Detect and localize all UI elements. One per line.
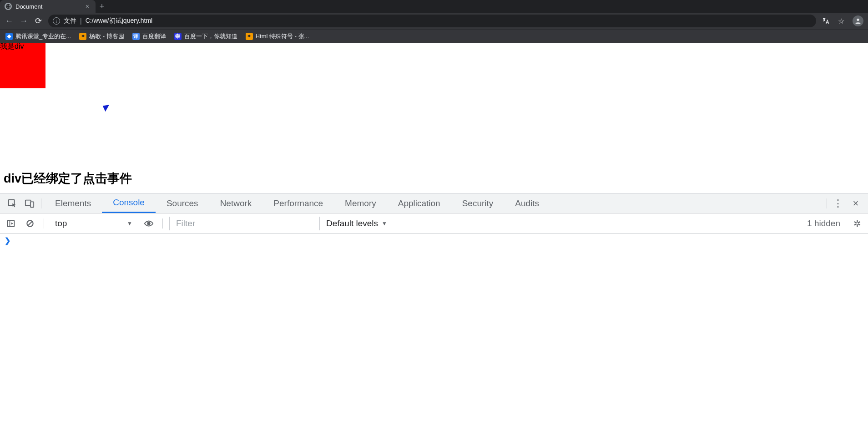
divider bbox=[44, 218, 44, 229]
chevron-down-icon: ▼ bbox=[382, 220, 387, 227]
devtools-menu-icon[interactable]: ⋮ bbox=[830, 198, 847, 209]
console-prompt-icon: ❯ bbox=[5, 237, 10, 244]
url-path: C:/www/初试jquery.html bbox=[86, 17, 812, 25]
globe-icon bbox=[5, 3, 12, 10]
url-separator: | bbox=[80, 17, 82, 25]
tab-application[interactable]: Application bbox=[387, 193, 451, 213]
profile-avatar[interactable] bbox=[853, 15, 863, 26]
browser-tabstrip: Document × + bbox=[0, 0, 868, 13]
bookmarks-bar: ◆ 腾讯课堂_专业的在... ✦ 杨歌 - 博客园 译 百度翻译 崇 百度一下，… bbox=[0, 29, 868, 43]
reload-button[interactable]: ⟳ bbox=[34, 16, 43, 26]
toggle-sidebar-icon[interactable] bbox=[4, 219, 18, 228]
inspect-element-icon[interactable] bbox=[4, 198, 21, 208]
console-output[interactable]: ❯ bbox=[0, 234, 868, 442]
bookmark-item[interactable]: 译 百度翻译 bbox=[132, 32, 166, 41]
bookmark-icon: ✦ bbox=[79, 33, 86, 40]
devtools-tabbar: Elements Console Sources Network Perform… bbox=[0, 193, 868, 213]
browser-toolbar: ← → ⟳ i 文件 | C:/www/初试jquery.html ☆ bbox=[0, 13, 868, 29]
svg-point-7 bbox=[147, 222, 150, 225]
bookmark-icon: 译 bbox=[132, 33, 140, 40]
bookmark-item[interactable]: ✦ 杨歌 - 博客园 bbox=[79, 32, 124, 41]
svg-rect-5 bbox=[8, 220, 15, 226]
cursor-icon bbox=[103, 103, 111, 112]
clear-console-icon[interactable] bbox=[23, 219, 37, 228]
log-levels-label: Default levels bbox=[326, 218, 378, 229]
divider bbox=[827, 198, 827, 208]
console-settings-icon[interactable]: ✲ bbox=[850, 218, 864, 229]
page-viewport: 我是div div已经绑定了点击事件 bbox=[0, 43, 868, 193]
device-toolbar-icon[interactable] bbox=[21, 198, 38, 208]
svg-point-1 bbox=[857, 19, 859, 21]
hidden-messages[interactable]: 1 hidden bbox=[807, 217, 845, 230]
url-scheme: 文件 bbox=[64, 17, 76, 25]
devtools-close-icon[interactable]: × bbox=[847, 198, 864, 209]
site-info-icon[interactable]: i bbox=[53, 17, 60, 25]
bookmark-item[interactable]: ◆ 腾讯课堂_专业的在... bbox=[5, 32, 71, 41]
tab-title: Document bbox=[15, 3, 80, 10]
back-button[interactable]: ← bbox=[5, 16, 14, 26]
devtools-panel: Elements Console Sources Network Perform… bbox=[0, 193, 868, 442]
bookmark-item[interactable]: ✦ Html 特殊符号 - 张... bbox=[246, 32, 309, 41]
bookmark-label: Html 特殊符号 - 张... bbox=[256, 32, 309, 41]
divider bbox=[41, 198, 41, 208]
svg-rect-4 bbox=[30, 202, 34, 207]
bookmark-item[interactable]: 崇 百度一下，你就知道 bbox=[174, 32, 237, 41]
bookmark-icon: 崇 bbox=[174, 33, 182, 40]
bookmark-label: 杨歌 - 博客园 bbox=[89, 32, 124, 41]
chevron-down-icon: ▼ bbox=[127, 220, 132, 227]
tab-console[interactable]: Console bbox=[102, 193, 156, 213]
forward-button[interactable]: → bbox=[19, 16, 28, 26]
live-expression-icon[interactable] bbox=[141, 218, 156, 229]
address-bar[interactable]: i 文件 | C:/www/初试jquery.html bbox=[48, 15, 816, 27]
filter-input[interactable] bbox=[169, 217, 315, 230]
new-tab-button[interactable]: + bbox=[96, 0, 108, 13]
bookmark-label: 百度一下，你就知道 bbox=[184, 32, 237, 41]
bookmark-icon: ✦ bbox=[246, 33, 253, 40]
console-toolbar: top ▼ Default levels ▼ 1 hidden ✲ bbox=[0, 213, 868, 234]
bookmark-label: 百度翻译 bbox=[142, 32, 166, 41]
tab-sources[interactable]: Sources bbox=[156, 193, 209, 213]
tab-audits[interactable]: Audits bbox=[504, 193, 550, 213]
divider bbox=[162, 218, 163, 229]
tab-memory[interactable]: Memory bbox=[334, 193, 387, 213]
tab-performance[interactable]: Performance bbox=[262, 193, 334, 213]
context-value: top bbox=[55, 218, 67, 229]
log-levels-selector[interactable]: Default levels ▼ bbox=[319, 217, 387, 230]
tab-security[interactable]: Security bbox=[451, 193, 505, 213]
bookmark-icon: ◆ bbox=[5, 33, 13, 40]
red-div[interactable]: 我是div bbox=[0, 43, 45, 88]
close-tab-button[interactable]: × bbox=[84, 3, 91, 10]
tab-elements[interactable]: Elements bbox=[44, 193, 102, 213]
page-heading: div已经绑定了点击事件 bbox=[4, 170, 132, 187]
translate-icon[interactable] bbox=[822, 17, 830, 25]
browser-tab[interactable]: Document × bbox=[0, 0, 96, 13]
bookmark-label: 腾讯课堂_专业的在... bbox=[15, 32, 71, 41]
bookmark-star-icon[interactable]: ☆ bbox=[838, 17, 844, 25]
tab-network[interactable]: Network bbox=[209, 193, 263, 213]
context-selector[interactable]: top ▼ bbox=[50, 217, 137, 230]
